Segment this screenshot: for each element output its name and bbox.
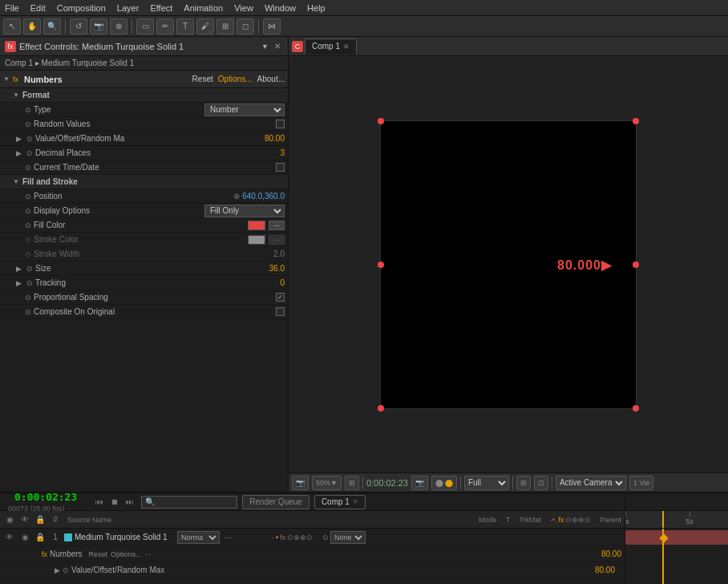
menu-bar: File Edit Composition Layer Effect Anima… <box>0 0 728 16</box>
tracking-val[interactable]: 0 <box>280 278 285 287</box>
tool-eraser[interactable]: ◻ <box>237 18 254 34</box>
type-select[interactable]: Number Timecode Date <box>204 103 285 116</box>
options-button[interactable]: Options... <box>218 75 253 83</box>
reset-button[interactable]: Reset <box>192 75 213 83</box>
layer-solo[interactable]: ◉ <box>18 531 31 544</box>
tool-zoom[interactable]: 🔍 <box>43 18 61 34</box>
timeline: 0:00:02:23 00073 (25.00 fps) ⏮ ⏹ ⏭ Rende… <box>0 492 728 584</box>
stroke-width-val[interactable]: 2.0 <box>273 249 285 258</box>
quality-select[interactable]: FullHalfQuarter <box>464 476 509 490</box>
effect-controls-close[interactable]: ✕ <box>272 41 283 52</box>
fx-reset-btn[interactable]: Reset <box>89 550 108 558</box>
crosshair-icon[interactable]: ⊕ <box>233 192 240 201</box>
zoom-select-btn[interactable]: 50% ▼ <box>312 476 342 490</box>
display-options-select[interactable]: Fill Only Stroke Only Fill Over Stroke S… <box>204 205 285 217</box>
tl-timecode[interactable]: 0:00:02:23 <box>8 491 83 503</box>
menu-item-view[interactable]: View <box>234 3 253 13</box>
menu-item-help[interactable]: Help <box>307 3 326 13</box>
value-expand[interactable]: ▶ <box>13 133 24 144</box>
parent-select[interactable]: None <box>330 531 366 544</box>
stop-btn[interactable]: ⏹ <box>108 496 121 509</box>
comp-snapshot-btn[interactable]: 📷 <box>292 476 309 490</box>
current-time-checkbox[interactable] <box>276 163 285 172</box>
comp-tab-comp1[interactable]: Comp 1 ✕ <box>305 39 357 55</box>
proportional-checkbox[interactable] <box>276 293 285 302</box>
tool-brush[interactable]: 🖌 <box>196 18 214 34</box>
layer-eye[interactable]: 👁 <box>3 531 16 544</box>
size-expand[interactable]: ▶ <box>13 263 24 274</box>
grid-btn[interactable]: ⊞ <box>516 476 531 490</box>
tl-eye-icon[interactable]: 👁 <box>18 513 31 526</box>
camera-select[interactable]: Active Camera <box>556 476 626 490</box>
tracking-expand[interactable]: ▶ <box>13 278 24 289</box>
menu-item-composition[interactable]: Composition <box>57 3 106 13</box>
menu-item-layer[interactable]: Layer <box>117 3 140 13</box>
tool-hand[interactable]: ✋ <box>23 18 41 34</box>
menu-item-file[interactable]: File <box>5 3 19 13</box>
sub-value[interactable]: 80.00 <box>595 566 621 574</box>
layer-lock[interactable]: 🔒 <box>34 531 47 544</box>
pixel-btn[interactable]: ⊡ <box>534 476 548 490</box>
effect-controls-dropdown[interactable]: ▼ <box>261 43 269 51</box>
tool-mask[interactable]: ▭ <box>136 18 154 34</box>
handle-bl[interactable] <box>378 405 384 412</box>
comp-tab-label: Comp 1 <box>312 42 340 51</box>
comp-timecode[interactable]: 0:00:02:23 <box>366 478 408 488</box>
fx-row: fx Numbers Reset Options... ··· 80.00 <box>0 546 625 562</box>
fx-options-btn[interactable]: Options... <box>111 550 142 558</box>
tool-pan[interactable]: ⊕ <box>110 18 127 34</box>
handle-tl[interactable] <box>378 118 384 124</box>
tool-text[interactable]: T <box>176 18 194 34</box>
tl-comp-tab[interactable]: Comp 1 ✕ <box>314 495 366 509</box>
menu-item-effect[interactable]: Effect <box>150 3 172 13</box>
tool-camera[interactable]: 📷 <box>90 18 107 34</box>
menu-item-edit[interactable]: Edit <box>30 3 46 13</box>
handle-mr[interactable] <box>633 262 639 268</box>
fill-stroke-collapse[interactable]: ▼ <box>13 178 19 185</box>
about-button[interactable]: About... <box>257 75 285 83</box>
handle-tr[interactable] <box>633 118 639 124</box>
handle-br[interactable] <box>633 405 639 412</box>
stroke-color-picker[interactable]: — <box>269 235 285 245</box>
color-btn[interactable]: ⬤ ⬤ <box>431 476 457 490</box>
value-val[interactable]: 80.00 <box>265 134 285 143</box>
effect-collapse-arrow[interactable]: ▼ <box>3 75 10 83</box>
tool-rotate[interactable]: ↺ <box>70 18 87 34</box>
forward-btn[interactable]: ⏭ <box>123 496 136 509</box>
size-val[interactable]: 36.0 <box>269 264 285 273</box>
sub-expand[interactable]: ▶ <box>55 566 60 574</box>
handle-ml[interactable] <box>378 262 384 268</box>
view-select-btn[interactable]: 1 Vie <box>629 476 653 490</box>
fill-color-swatch[interactable] <box>248 221 265 230</box>
tool-puppet[interactable]: ⋈ <box>263 18 281 34</box>
tool-select[interactable]: ↖ <box>3 18 21 34</box>
camera-icon-btn[interactable]: 📷 <box>411 476 428 490</box>
layer-mode-select[interactable]: NormaAddMultiply <box>177 531 220 544</box>
tool-clone[interactable]: ⊞ <box>216 18 234 34</box>
tl-tab-close[interactable]: ✕ <box>353 498 358 505</box>
fit-btn[interactable]: ⊞ <box>345 476 359 490</box>
random-checkbox[interactable] <box>276 120 285 128</box>
play-btn[interactable]: ⏮ <box>93 496 106 509</box>
format-collapse[interactable]: ▼ <box>13 91 19 99</box>
fx-more-btn[interactable]: ··· <box>145 550 152 558</box>
composite-checkbox[interactable] <box>276 307 285 316</box>
decimal-val[interactable]: 3 <box>280 148 285 157</box>
tl-comment-icon[interactable]: # <box>49 513 62 526</box>
stroke-color-controls: — <box>248 235 285 245</box>
tl-playhead[interactable] <box>662 511 664 528</box>
position-value[interactable]: 640.0,360.0 <box>242 192 285 201</box>
render-queue-tab[interactable]: Render Queue <box>242 495 309 509</box>
fill-color-picker[interactable]: — <box>269 221 285 230</box>
tl-search[interactable] <box>141 496 237 509</box>
stroke-color-swatch[interactable] <box>248 235 265 245</box>
comp-tab-close[interactable]: ✕ <box>343 43 350 51</box>
tl-solo-icon[interactable]: ◉ <box>3 513 16 526</box>
menu-item-animation[interactable]: Animation <box>184 3 223 13</box>
comp-black-area: 80.000▶ <box>380 120 637 409</box>
layer-bar[interactable] <box>625 530 728 545</box>
tool-pen[interactable]: ✏ <box>156 18 174 34</box>
tl-lock-icon[interactable]: 🔒 <box>34 513 47 526</box>
menu-item-window[interactable]: Window <box>265 3 296 13</box>
decimal-expand[interactable]: ▶ <box>13 148 24 159</box>
